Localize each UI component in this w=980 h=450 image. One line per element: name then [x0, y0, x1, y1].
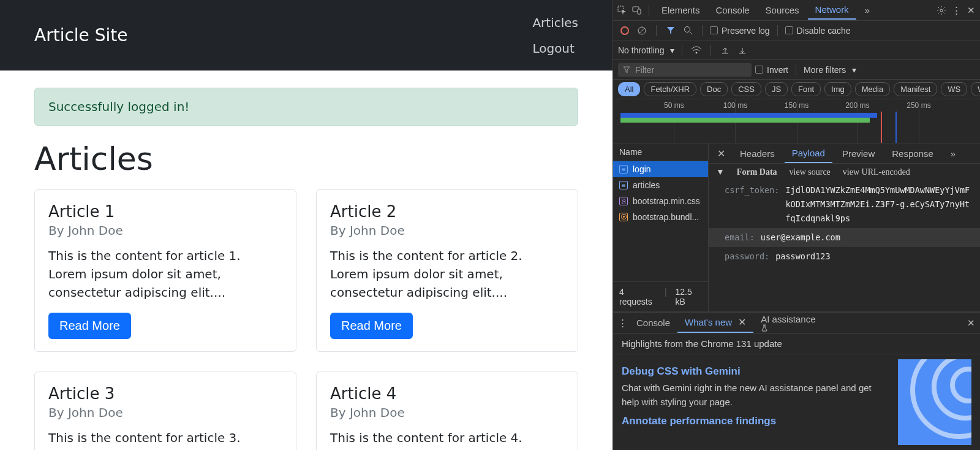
- request-row-login[interactable]: ≡ login: [613, 161, 708, 177]
- detail-tab-response[interactable]: Response: [884, 145, 941, 162]
- success-alert: Successfully logged in!: [34, 88, 578, 126]
- article-title: Article 1: [48, 202, 282, 221]
- request-detail: ✕ Headers Payload Preview Response » ▼ F…: [709, 143, 980, 311]
- drawer-heading-annotate[interactable]: Annotate performance findings: [622, 415, 887, 427]
- type-filter-media[interactable]: Media: [855, 82, 890, 96]
- filter-placeholder: Filter: [635, 65, 654, 75]
- tab-network[interactable]: Network: [808, 1, 856, 20]
- detail-tab-payload[interactable]: Payload: [785, 144, 832, 163]
- request-name: login: [633, 164, 651, 174]
- request-row-articles[interactable]: ≡ articles: [613, 177, 708, 193]
- separator: [702, 25, 703, 36]
- settings-gear-icon[interactable]: [935, 4, 948, 17]
- close-tab-icon[interactable]: ✕: [734, 317, 746, 327]
- type-filter-fetchxhr[interactable]: Fetch/XHR: [644, 82, 696, 96]
- network-timeline[interactable]: 50 ms 100 ms 150 ms 200 ms 250 ms: [613, 99, 980, 143]
- article-title: Article 4: [330, 384, 564, 403]
- payload-key: email:: [725, 231, 755, 245]
- request-row-bootstrap-css[interactable]: ⎘ bootstrap.min.css: [613, 193, 708, 209]
- close-drawer-icon[interactable]: ✕: [964, 316, 978, 330]
- filter-toggle-icon[interactable]: [664, 24, 677, 37]
- document-icon: ≡: [619, 165, 628, 174]
- read-more-button[interactable]: Read More: [48, 313, 131, 339]
- request-row-bootstrap-js[interactable]: ⦿ bootstrap.bundl...: [613, 209, 708, 225]
- payload-key: password:: [725, 250, 769, 264]
- disclosure-triangle-icon: ▼: [716, 167, 725, 177]
- type-filter-manifest[interactable]: Manifest: [894, 82, 937, 96]
- request-summary: 4 requests | 12.5 kB: [613, 281, 708, 311]
- chevron-down-icon: ▾: [670, 45, 674, 55]
- read-more-button[interactable]: Read More: [330, 313, 413, 339]
- navbar: Article Site Articles Logout: [0, 0, 612, 71]
- kebab-menu-icon[interactable]: ⋮: [616, 316, 629, 330]
- close-detail-icon[interactable]: ✕: [712, 148, 730, 159]
- site-brand[interactable]: Article Site: [34, 25, 127, 45]
- article-byline: By John Doe: [48, 223, 282, 238]
- tab-more[interactable]: »: [858, 1, 877, 19]
- type-filter-all[interactable]: All: [618, 82, 640, 96]
- preserve-log-checkbox[interactable]: Preserve log: [710, 26, 770, 36]
- detail-tab-preview[interactable]: Preview: [835, 145, 882, 162]
- tab-console[interactable]: Console: [709, 1, 757, 19]
- nav-articles-link[interactable]: Articles: [532, 15, 578, 30]
- nav-logout-link[interactable]: Logout: [532, 41, 574, 56]
- network-toolbar: Preserve log Disable cache: [613, 21, 980, 40]
- type-filter-css[interactable]: CSS: [731, 82, 761, 96]
- timeline-tick: 100 ms: [723, 101, 747, 110]
- network-split: Name ≡ login ≡ articles ⎘ bootstrap.min.…: [613, 143, 980, 312]
- article-byline: By John Doe: [330, 223, 564, 238]
- payload-row-csrf: csrf_token: IjdlODA1YWZkZmE4MmQ5YmUwMDAw…: [709, 181, 980, 228]
- search-icon[interactable]: [681, 24, 695, 37]
- article-byline: By John Doe: [330, 405, 564, 420]
- drawer-tab-whatsnew[interactable]: What's new ✕: [677, 313, 753, 333]
- upload-har-icon[interactable]: [718, 44, 732, 57]
- article-body: This is the content for article 3. Lorem: [48, 429, 282, 450]
- type-filter-font[interactable]: Font: [791, 82, 821, 96]
- kebab-menu-icon[interactable]: ⋮: [949, 4, 963, 17]
- svg-point-4: [621, 27, 628, 34]
- timeline-tick: 200 ms: [845, 101, 869, 110]
- wifi-icon[interactable]: [690, 44, 703, 57]
- tab-sources[interactable]: Sources: [758, 1, 807, 19]
- tab-elements[interactable]: Elements: [654, 1, 707, 19]
- type-filter-wasm[interactable]: Wasm: [971, 82, 980, 96]
- view-source-link[interactable]: view source: [790, 167, 831, 177]
- throttling-value: No throttling: [618, 45, 664, 55]
- throttling-select[interactable]: No throttling ▾: [618, 45, 674, 55]
- inspect-element-icon[interactable]: [616, 4, 629, 17]
- article-body: This is the content for article 4. Lorem: [330, 429, 564, 450]
- detail-tab-more[interactable]: »: [943, 145, 963, 162]
- drawer-tab-console[interactable]: Console: [629, 314, 677, 332]
- request-list: Name ≡ login ≡ articles ⎘ bootstrap.min.…: [613, 143, 709, 311]
- type-filter-js[interactable]: JS: [765, 82, 788, 96]
- article-card: Article 4 By John Doe This is the conten…: [316, 372, 578, 450]
- svg-rect-2: [638, 9, 641, 14]
- article-card: Article 1 By John Doe This is the conten…: [34, 189, 296, 352]
- request-list-header[interactable]: Name: [613, 143, 708, 161]
- more-filters-button[interactable]: More filters▾: [804, 65, 856, 75]
- drawer-tab-ai[interactable]: AI assistance: [753, 310, 823, 335]
- nav-links: Articles Logout: [532, 15, 578, 56]
- invert-checkbox[interactable]: Invert: [755, 65, 788, 75]
- disable-cache-checkbox[interactable]: Disable cache: [785, 26, 851, 36]
- download-har-icon[interactable]: [736, 44, 749, 57]
- clear-icon[interactable]: [635, 24, 649, 37]
- payload-key: csrf_token:: [725, 183, 779, 226]
- detail-tab-headers[interactable]: Headers: [733, 145, 782, 162]
- type-filter-img[interactable]: Img: [824, 82, 851, 96]
- close-devtools-icon[interactable]: ✕: [964, 4, 978, 17]
- page-container: Successfully logged in! Articles Article…: [0, 71, 612, 450]
- type-filter-doc[interactable]: Doc: [700, 82, 728, 96]
- summary-requests: 4 requests: [619, 287, 656, 307]
- drawer-heading-gemini[interactable]: Debug CSS with Gemini: [622, 365, 887, 378]
- device-toggle-icon[interactable]: [630, 4, 644, 17]
- record-icon[interactable]: [618, 24, 631, 37]
- type-filter-ws[interactable]: WS: [941, 82, 967, 96]
- request-name: bootstrap.bundl...: [633, 212, 699, 222]
- filter-input[interactable]: Filter: [618, 63, 752, 77]
- view-url-encoded-link[interactable]: view URL-encoded: [843, 167, 910, 177]
- devtools-drawer: ⋮ Console What's new ✕ AI assistance ✕ H…: [613, 312, 980, 450]
- payload-row-password: password: password123: [709, 247, 980, 266]
- form-data-header[interactable]: ▼ Form Data view source view URL-encoded: [709, 164, 980, 181]
- article-body: This is the content for article 2. Lorem…: [330, 246, 564, 302]
